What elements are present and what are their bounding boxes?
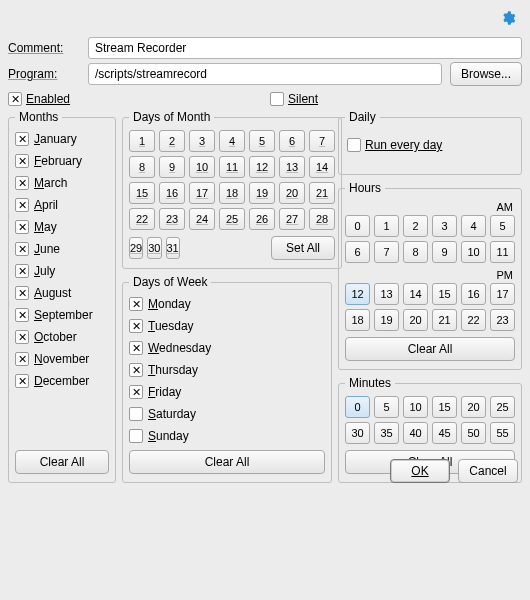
month-checkbox-february[interactable]: ✕ bbox=[15, 154, 29, 168]
dom-day-29[interactable]: 29 bbox=[129, 237, 143, 259]
dow-checkbox-saturday[interactable] bbox=[129, 407, 143, 421]
ok-button[interactable]: OK bbox=[390, 459, 450, 483]
hour-17[interactable]: 17 bbox=[490, 283, 515, 305]
dom-day-26[interactable]: 26 bbox=[249, 208, 275, 230]
dom-day-20[interactable]: 20 bbox=[279, 182, 305, 204]
hour-14[interactable]: 14 bbox=[403, 283, 428, 305]
dom-day-31[interactable]: 31 bbox=[166, 237, 180, 259]
minute-20[interactable]: 20 bbox=[461, 396, 486, 418]
dom-day-18[interactable]: 18 bbox=[219, 182, 245, 204]
hour-13[interactable]: 13 bbox=[374, 283, 399, 305]
minute-40[interactable]: 40 bbox=[403, 422, 428, 444]
hour-7[interactable]: 7 bbox=[374, 241, 399, 263]
hour-4[interactable]: 4 bbox=[461, 215, 486, 237]
minute-0[interactable]: 0 bbox=[345, 396, 370, 418]
month-checkbox-january[interactable]: ✕ bbox=[15, 132, 29, 146]
dow-checkbox-sunday[interactable] bbox=[129, 429, 143, 443]
month-label: September bbox=[34, 308, 93, 322]
hour-5[interactable]: 5 bbox=[490, 215, 515, 237]
hour-3[interactable]: 3 bbox=[432, 215, 457, 237]
hour-23[interactable]: 23 bbox=[490, 309, 515, 331]
dom-day-19[interactable]: 19 bbox=[249, 182, 275, 204]
hour-2[interactable]: 2 bbox=[403, 215, 428, 237]
dom-day-5[interactable]: 5 bbox=[249, 130, 275, 152]
month-checkbox-october[interactable]: ✕ bbox=[15, 330, 29, 344]
month-checkbox-september[interactable]: ✕ bbox=[15, 308, 29, 322]
dom-day-8[interactable]: 8 bbox=[129, 156, 155, 178]
dom-day-16[interactable]: 16 bbox=[159, 182, 185, 204]
month-checkbox-july[interactable]: ✕ bbox=[15, 264, 29, 278]
minute-15[interactable]: 15 bbox=[432, 396, 457, 418]
month-checkbox-december[interactable]: ✕ bbox=[15, 374, 29, 388]
dom-day-21[interactable]: 21 bbox=[309, 182, 335, 204]
month-checkbox-april[interactable]: ✕ bbox=[15, 198, 29, 212]
dom-day-28[interactable]: 28 bbox=[309, 208, 335, 230]
dom-day-6[interactable]: 6 bbox=[279, 130, 305, 152]
run-every-day-checkbox[interactable] bbox=[347, 138, 361, 152]
dow-checkbox-thursday[interactable]: ✕ bbox=[129, 363, 143, 377]
minute-10[interactable]: 10 bbox=[403, 396, 428, 418]
dow-checkbox-monday[interactable]: ✕ bbox=[129, 297, 143, 311]
hour-22[interactable]: 22 bbox=[461, 309, 486, 331]
dom-day-2[interactable]: 2 bbox=[159, 130, 185, 152]
dom-day-4[interactable]: 4 bbox=[219, 130, 245, 152]
dom-day-22[interactable]: 22 bbox=[129, 208, 155, 230]
silent-checkbox[interactable] bbox=[270, 92, 284, 106]
settings-gear-icon[interactable] bbox=[500, 10, 516, 30]
hour-1[interactable]: 1 bbox=[374, 215, 399, 237]
hour-8[interactable]: 8 bbox=[403, 241, 428, 263]
dom-day-11[interactable]: 11 bbox=[219, 156, 245, 178]
browse-button[interactable]: Browse... bbox=[450, 62, 522, 86]
hour-21[interactable]: 21 bbox=[432, 309, 457, 331]
hour-11[interactable]: 11 bbox=[490, 241, 515, 263]
dom-day-24[interactable]: 24 bbox=[189, 208, 215, 230]
hour-0[interactable]: 0 bbox=[345, 215, 370, 237]
cancel-button[interactable]: Cancel bbox=[458, 459, 518, 483]
hour-9[interactable]: 9 bbox=[432, 241, 457, 263]
hour-15[interactable]: 15 bbox=[432, 283, 457, 305]
dom-day-3[interactable]: 3 bbox=[189, 130, 215, 152]
minute-25[interactable]: 25 bbox=[490, 396, 515, 418]
minute-50[interactable]: 50 bbox=[461, 422, 486, 444]
dom-day-30[interactable]: 30 bbox=[147, 237, 161, 259]
dom-day-14[interactable]: 14 bbox=[309, 156, 335, 178]
hour-10[interactable]: 10 bbox=[461, 241, 486, 263]
dom-day-9[interactable]: 9 bbox=[159, 156, 185, 178]
hour-6[interactable]: 6 bbox=[345, 241, 370, 263]
dom-day-27[interactable]: 27 bbox=[279, 208, 305, 230]
hour-12[interactable]: 12 bbox=[345, 283, 370, 305]
dom-day-25[interactable]: 25 bbox=[219, 208, 245, 230]
dom-day-1[interactable]: 1 bbox=[129, 130, 155, 152]
months-clear-all-button[interactable]: Clear All bbox=[15, 450, 109, 474]
dom-set-all-button[interactable]: Set All bbox=[271, 236, 335, 260]
dom-day-7[interactable]: 7 bbox=[309, 130, 335, 152]
program-input[interactable] bbox=[88, 63, 442, 85]
dow-checkbox-wednesday[interactable]: ✕ bbox=[129, 341, 143, 355]
month-checkbox-may[interactable]: ✕ bbox=[15, 220, 29, 234]
dow-clear-all-button[interactable]: Clear All bbox=[129, 450, 325, 474]
hour-16[interactable]: 16 bbox=[461, 283, 486, 305]
minute-5[interactable]: 5 bbox=[374, 396, 399, 418]
hour-18[interactable]: 18 bbox=[345, 309, 370, 331]
minute-35[interactable]: 35 bbox=[374, 422, 399, 444]
month-checkbox-june[interactable]: ✕ bbox=[15, 242, 29, 256]
month-checkbox-august[interactable]: ✕ bbox=[15, 286, 29, 300]
dom-day-12[interactable]: 12 bbox=[249, 156, 275, 178]
dom-day-15[interactable]: 15 bbox=[129, 182, 155, 204]
dow-checkbox-friday[interactable]: ✕ bbox=[129, 385, 143, 399]
dom-day-23[interactable]: 23 bbox=[159, 208, 185, 230]
hour-19[interactable]: 19 bbox=[374, 309, 399, 331]
hour-20[interactable]: 20 bbox=[403, 309, 428, 331]
dom-day-17[interactable]: 17 bbox=[189, 182, 215, 204]
enabled-checkbox[interactable]: ✕ bbox=[8, 92, 22, 106]
minute-45[interactable]: 45 bbox=[432, 422, 457, 444]
dow-checkbox-tuesday[interactable]: ✕ bbox=[129, 319, 143, 333]
dom-day-13[interactable]: 13 bbox=[279, 156, 305, 178]
dom-day-10[interactable]: 10 bbox=[189, 156, 215, 178]
minute-30[interactable]: 30 bbox=[345, 422, 370, 444]
month-checkbox-march[interactable]: ✕ bbox=[15, 176, 29, 190]
hours-clear-all-button[interactable]: Clear All bbox=[345, 337, 515, 361]
month-checkbox-november[interactable]: ✕ bbox=[15, 352, 29, 366]
comment-input[interactable] bbox=[88, 37, 522, 59]
minute-55[interactable]: 55 bbox=[490, 422, 515, 444]
